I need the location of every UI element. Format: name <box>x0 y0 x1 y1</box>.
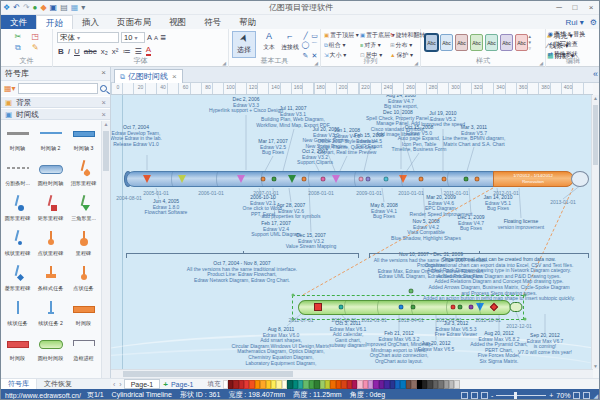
grow-font-button[interactable]: A <box>147 33 152 42</box>
timeline-annotation[interactable]: Jun 4, 2005Edraw 1.8.0Flowchart Software <box>145 199 188 216</box>
section-background[interactable]: ▣ 背景× <box>1 96 110 108</box>
symbol-线状任务[interactable]: 线状任务 <box>1 296 34 331</box>
timeline-marker[interactable] <box>143 175 151 183</box>
ellipse-tool-icon[interactable]: ◯ <box>301 41 310 51</box>
gear-icon[interactable]: ⚙ <box>590 18 597 27</box>
symbol-圆形里程碑[interactable]: 圆形里程碑 <box>1 191 34 226</box>
symbol-圆柱时间段[interactable]: 圆柱时间段 <box>34 331 67 366</box>
font-size-select[interactable]: 10 ▾ <box>121 32 145 43</box>
arrange-组合[interactable]: ⧉组合 ▾ <box>324 41 357 49</box>
line-tool-icon[interactable]: ╱ <box>301 32 310 40</box>
timeline-annotation[interactable]: Mar 3, 2011Edraw V5.7Line theme, BPMN di… <box>443 125 506 147</box>
tools-dialog-launcher[interactable]: ◢ <box>314 60 318 66</box>
timeline-marker[interactable] <box>366 177 371 182</box>
add-page-button[interactable]: + <box>163 380 168 389</box>
tab-开始[interactable]: 开始 <box>36 15 73 29</box>
timeline-marker[interactable] <box>458 305 463 310</box>
rect-tool-icon[interactable]: ▭ <box>310 32 319 40</box>
font-style-button[interactable]: B <box>58 47 64 56</box>
page-tab[interactable]: Page-1 <box>124 379 161 389</box>
align-button[interactable]: ≣ <box>160 33 166 42</box>
minimize-button[interactable]: ─ <box>551 1 567 15</box>
timeline-marker[interactable] <box>339 305 344 310</box>
timeline-annotation[interactable]: Dec 1, 2009Edraw V4.7Bug Fixes <box>458 215 485 232</box>
style-gallery-arrows[interactable]: ▴▾▿ <box>528 33 531 51</box>
view-mode-icon[interactable] <box>471 392 478 399</box>
font-dialog-launcher[interactable]: ◢ <box>222 60 226 66</box>
font-style-button[interactable]: ☰ <box>134 47 141 56</box>
timeline-marker[interactable] <box>332 175 340 183</box>
symbol-泪形里程碑[interactable]: 泪形里程碑 <box>67 156 100 191</box>
maximize-button[interactable]: □ <box>567 1 583 15</box>
close-button[interactable]: × <box>583 1 599 15</box>
timeline-annotation[interactable]: Apr 28, 2007Edraw V2.6add properties for… <box>262 203 321 220</box>
symbol-三角形里...[interactable]: 三角形里... <box>67 191 100 226</box>
zoom-out-button[interactable]: - <box>491 392 493 399</box>
symbol-时间轴 2[interactable]: 时间轴 2 <box>34 121 67 156</box>
timeline-marker[interactable] <box>510 302 523 312</box>
arrange-dialog-launcher[interactable]: ◢ <box>414 60 418 66</box>
format-painter-icon[interactable]: ✎ <box>27 43 45 53</box>
timeline-annotation[interactable]: Aug 8, 2011Edraw Max V6.0Add smart shape… <box>232 327 331 366</box>
style-swatch[interactable]: Abc <box>455 34 468 51</box>
close-icon[interactable]: × <box>101 68 106 77</box>
copy-icon[interactable]: ⧉ <box>9 43 27 53</box>
zoom-slider[interactable] <box>496 395 546 396</box>
timeline-marker[interactable] <box>475 177 480 182</box>
timeline-marker[interactable] <box>272 177 277 182</box>
arrange-旋转和翻转[interactable]: ↻旋转和翻转 ▾ <box>390 31 418 39</box>
style-swatch[interactable]: Abc <box>425 34 438 51</box>
font-style-button[interactable]: x² <box>112 47 119 56</box>
fit-page-icon[interactable] <box>573 392 580 399</box>
tab-页面布局[interactable]: 页面布局 <box>108 15 160 29</box>
collapse-panel-icon[interactable]: « <box>593 69 598 79</box>
timeline-annotation[interactable]: Oct 2, 2007Edraw V3.2Support Cliparts <box>297 149 333 166</box>
timeline-annotation[interactable]: Feb 15, 2008Edraw V4.5SVG Export <box>354 133 383 150</box>
arrange-置于顶层[interactable]: ▣置于顶层 ▾ <box>324 31 357 39</box>
timeline-marker[interactable] <box>178 175 186 183</box>
timeline-annotation[interactable]: Oct 7, 2004Edraw Develop Team,Wrote Edra… <box>111 125 162 147</box>
timeline-marker[interactable] <box>419 177 424 182</box>
symbol-矩形里程碑[interactable]: 矩形里程碑 <box>34 191 67 226</box>
timeline-annotation[interactable]: Oct 3, 2011Edraw Max V6.1Add calendar,Ga… <box>329 321 367 349</box>
symbol-条样式任务[interactable]: 条样式任务 <box>34 261 67 296</box>
section-timeline[interactable]: ▣ 时间线× <box>1 108 110 120</box>
timeline-marker[interactable] <box>399 305 404 310</box>
symbol-线状任务 2[interactable]: 线状任务 2 <box>34 296 67 331</box>
timeline-annotation[interactable]: Aug 24, 2008Edraw V4.7Big size export, <box>384 95 418 110</box>
timeline-annotation[interactable]: May 8, 2008Edraw V4.1Bug Fixes <box>370 203 398 220</box>
timeline-marker[interactable] <box>314 303 322 311</box>
timeline-marker[interactable] <box>292 294 295 297</box>
select-tool-button[interactable]: ➤ 选择 <box>232 31 256 58</box>
timeline-annotation[interactable]: Jun 20, 2012Edraw Max V6.5 <box>418 341 455 352</box>
timeline-annotation[interactable]: Floating licenseversion improvement <box>498 219 544 230</box>
symbol-时间段[interactable]: 时间段 <box>67 296 100 331</box>
timeline-marker[interactable] <box>384 177 389 182</box>
sidebar-scrollbar[interactable]: ▲ <box>101 121 110 378</box>
vertical-scrollbar[interactable]: ▲▼ <box>591 95 599 369</box>
library-icon[interactable]: ▦▾ <box>4 84 16 93</box>
timeline-annotation[interactable]: Dec 15, 2007Edraw V3.2Value Stream Mappi… <box>286 233 337 250</box>
font-family-select[interactable]: 宋体 ▾ <box>57 32 119 43</box>
symbol-线状里程碑[interactable]: 线状里程碑 <box>1 226 34 261</box>
arrange-置于底层[interactable]: ▣置于底层 ▾ <box>360 31 388 39</box>
bracket-shape[interactable] <box>369 253 589 258</box>
font-style-button[interactable]: U <box>74 47 80 56</box>
view-mode-icon[interactable] <box>481 392 488 399</box>
shrink-font-button[interactable]: A <box>154 35 158 41</box>
symbol-点状里程碑[interactable]: 点状里程碑 <box>34 226 67 261</box>
zoom-slider-thumb[interactable] <box>514 392 517 399</box>
arrange-分布[interactable]: ⊞分布 ▾ <box>390 41 418 49</box>
timeline-marker[interactable] <box>442 177 447 182</box>
edrawsoft-link[interactable]: http://www.edrawsoft.cn/ <box>5 392 81 399</box>
style-swatch[interactable]: Abc <box>500 34 513 51</box>
symbol-点状任务[interactable]: 点状任务 <box>67 261 100 296</box>
main-timeline-end-cap[interactable] <box>571 171 589 187</box>
timeline-annotation[interactable]: Sep 20, 2012Edraw Max V6.7is coming!V7.0… <box>518 333 572 355</box>
timeline-marker[interactable] <box>464 177 469 182</box>
timeline-annotation[interactable]: Jan 14, 2010Edraw V5.1Bug Fixes <box>484 195 513 212</box>
symbol-边框进程[interactable]: 边框进程 <box>67 331 100 366</box>
search-icon[interactable] <box>100 85 107 92</box>
timeline-annotation[interactable]: Jul 11, 2007Edraw V3.1Building Plan, Web… <box>256 106 330 128</box>
sidebar-tab-文件恢复[interactable]: 文件恢复 <box>37 379 79 389</box>
